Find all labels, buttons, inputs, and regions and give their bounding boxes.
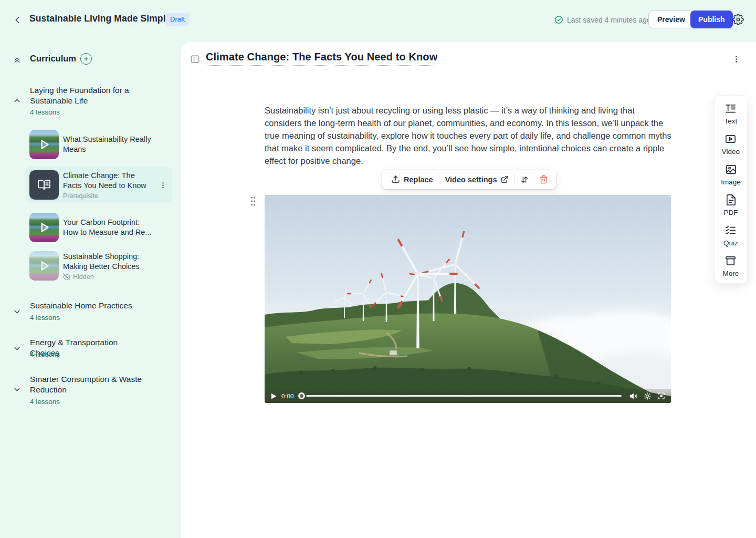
more-icon [724, 255, 737, 267]
upload-icon [391, 175, 400, 184]
course-title[interactable]: Sustainable Living Made Simple [29, 13, 171, 26]
lesson-body-text[interactable]: Sustainability isn’t just about recyclin… [265, 104, 672, 167]
video-settings-label: Video settings [445, 175, 497, 184]
play-icon [29, 251, 59, 281]
section-lesson-count: 4 lessons [30, 314, 60, 322]
chevron-down-icon[interactable] [13, 385, 22, 394]
video-player[interactable]: 0:00 [265, 195, 671, 403]
swap-vertical-icon [520, 175, 529, 184]
lesson-page-title[interactable]: Climate Change: The Facts You Need to Kn… [206, 51, 437, 66]
section-title[interactable]: Laying the Foundation for a Sustainable … [30, 85, 144, 106]
drag-handle-icon[interactable] [249, 195, 257, 207]
lesson-options-button[interactable] [732, 53, 744, 65]
lesson-title: Your Carbon Footprint: How to Measure an… [63, 218, 156, 237]
tool-pdf-button[interactable]: PDF [724, 194, 738, 216]
tool-label: Quiz [723, 239, 738, 247]
lesson-video-thumbnail [29, 130, 59, 159]
lesson-reading-tile [29, 170, 59, 200]
video-settings-gear-button[interactable] [643, 391, 652, 401]
quiz-icon [724, 224, 737, 236]
tool-quiz-button[interactable]: Quiz [723, 224, 738, 247]
section-title[interactable]: Smarter Consumption & Waste Reduction [30, 374, 144, 395]
lesson-video-thumbnail [29, 251, 59, 281]
lesson-item-selected[interactable]: Climate Change: The Facts You Need to Kn… [25, 167, 172, 203]
preview-button[interactable]: Preview [648, 11, 694, 28]
video-settings-button[interactable]: Video settings [439, 170, 515, 189]
gear-icon [732, 14, 745, 25]
seek-knob[interactable] [298, 392, 305, 399]
tool-text-button[interactable]: Text [724, 102, 738, 125]
plus-icon [83, 56, 89, 62]
video-controls-bar: 0:00 [265, 389, 671, 403]
last-saved-status: Last saved 4 minutes ago [554, 15, 651, 24]
video-icon [724, 133, 737, 145]
tool-label: Text [724, 117, 738, 125]
section-lesson-count: 4 lessons [30, 398, 60, 406]
fullscreen-button[interactable] [656, 391, 666, 401]
play-button[interactable] [270, 392, 277, 400]
lesson-menu-button[interactable] [158, 180, 168, 190]
tool-more-button[interactable]: More [723, 255, 739, 277]
volume-button[interactable] [629, 391, 638, 401]
chevron-left-icon [13, 15, 23, 25]
section-lesson-count: 4 lessons [30, 108, 60, 116]
back-button[interactable] [12, 14, 24, 26]
lesson-title: Sustainable Shopping: Making Better Choi… [63, 252, 156, 272]
delete-block-button[interactable] [534, 170, 553, 189]
trash-icon [539, 175, 548, 184]
play-icon [29, 213, 59, 242]
content-tools-panel: Text Video Image PDF Quiz More [714, 95, 748, 284]
reorder-block-button[interactable] [515, 170, 534, 189]
settings-button[interactable] [732, 13, 745, 26]
book-open-icon [37, 178, 51, 192]
lesson-item-hidden[interactable]: Sustainable Shopping: Making Better Choi… [25, 249, 172, 283]
check-circle-icon [554, 15, 563, 24]
collapse-all-icon[interactable] [13, 55, 22, 64]
last-saved-text: Last saved 4 minutes ago [567, 16, 651, 24]
lesson-editor-panel: Climate Change: The Facts You Need to Kn… [181, 42, 756, 538]
panel-toggle-icon [190, 54, 201, 64]
replace-label: Replace [404, 175, 433, 184]
lesson-badge: Prerequisite [63, 192, 153, 200]
tool-video-button[interactable]: Video [722, 133, 740, 156]
eye-off-icon [63, 273, 70, 281]
toggle-sidebar-button[interactable] [190, 54, 201, 64]
tool-label: Image [721, 178, 741, 186]
add-section-button[interactable] [80, 53, 92, 65]
lesson-item[interactable]: Your Carbon Footprint: How to Measure an… [25, 209, 172, 246]
lesson-title: Climate Change: The Facts You Need to Kn… [63, 171, 153, 191]
tool-label: Video [722, 148, 740, 156]
status-badge: Draft [165, 13, 190, 26]
curriculum-title: Curriculum [30, 54, 76, 64]
publish-button[interactable]: Publish [690, 11, 733, 28]
seek-track[interactable] [306, 395, 622, 397]
lesson-title: What Sustainability Really Means [63, 134, 156, 154]
section-lesson-count: 4 lessons [30, 350, 60, 358]
play-icon [29, 130, 59, 159]
image-icon [725, 163, 737, 175]
section-title[interactable]: Sustainable Home Practices [30, 301, 144, 311]
video-block-toolbar: Replace Video settings [382, 170, 556, 189]
video-timestamp: 0:00 [281, 393, 294, 399]
tool-label: More [723, 270, 739, 277]
curriculum-sidebar: Curriculum Laying the Foundation for a S… [0, 42, 181, 538]
text-icon [724, 102, 737, 115]
lesson-hidden-label: Hidden [73, 273, 94, 281]
tool-image-button[interactable]: Image [721, 163, 741, 186]
kebab-icon [732, 55, 744, 64]
app-header: Sustainable Living Made Simple Draft Las… [0, 0, 756, 42]
lesson-item[interactable]: What Sustainability Really Means [25, 128, 172, 161]
lesson-video-thumbnail [29, 213, 59, 242]
replace-button[interactable]: Replace [385, 170, 439, 189]
chevron-down-icon[interactable] [13, 307, 22, 316]
chevron-down-icon[interactable] [13, 344, 22, 353]
chevron-up-icon[interactable] [13, 96, 22, 105]
kebab-icon [159, 181, 167, 189]
external-link-icon [500, 175, 509, 184]
pdf-icon [725, 194, 737, 206]
video-frame-wind-turbines [265, 195, 671, 403]
tool-label: PDF [724, 209, 738, 216]
